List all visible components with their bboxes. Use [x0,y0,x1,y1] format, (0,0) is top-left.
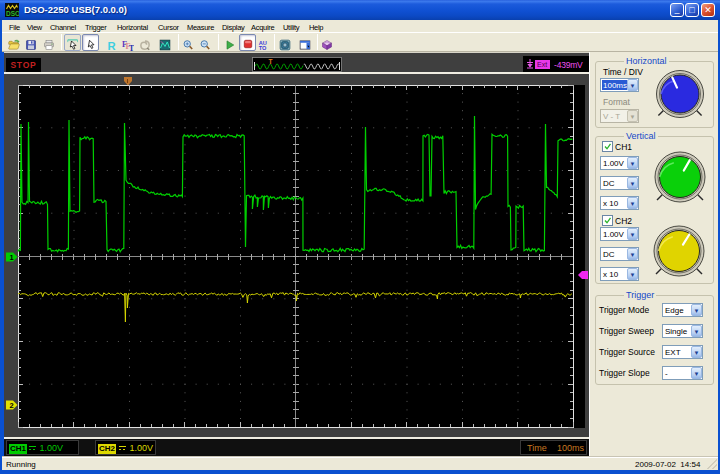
svg-text:T: T [129,44,134,51]
svg-text:R: R [108,40,116,52]
svg-text:T: T [269,58,273,65]
svg-text:2: 2 [10,401,14,410]
svg-text:DSO: DSO [6,10,19,17]
svg-text:Ext: Ext [537,61,547,68]
svg-text:1: 1 [10,253,14,262]
svg-text:-439mV: -439mV [554,60,583,70]
svg-text:TO: TO [259,45,267,51]
